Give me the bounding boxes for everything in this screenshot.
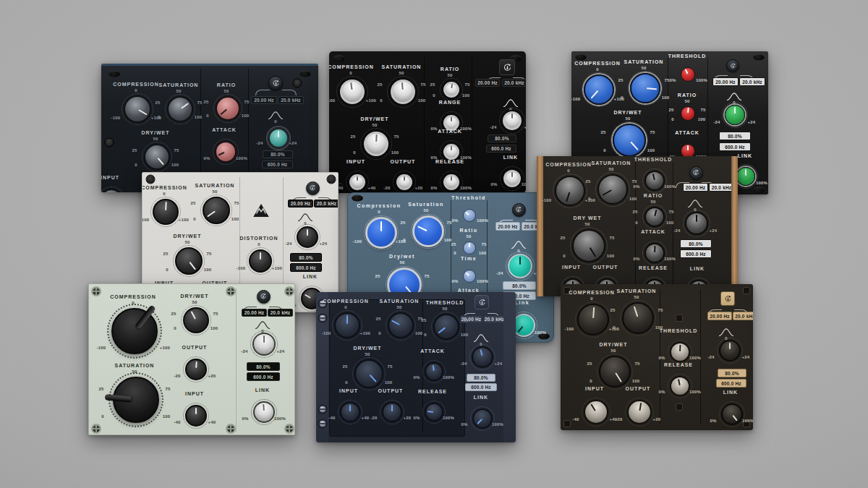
knob-threshold[interactable] <box>670 342 690 362</box>
knob-input[interactable] <box>340 402 360 422</box>
knob-eq-gain[interactable] <box>501 110 523 132</box>
knob-output[interactable] <box>395 173 414 192</box>
knob-output[interactable] <box>382 402 402 422</box>
knob-input[interactable] <box>185 405 207 427</box>
knob-link[interactable] <box>253 401 275 423</box>
value-box-20-0-khz[interactable]: 20.0 kHz <box>709 183 734 192</box>
knob-dry-wet[interactable] <box>572 229 605 262</box>
knob-ratio[interactable] <box>681 106 695 121</box>
knob-saturation[interactable] <box>389 78 417 106</box>
knob-eq-gain[interactable] <box>725 105 745 125</box>
value-box-80-0[interactable]: 80.0% <box>263 150 293 158</box>
knob-eq-gain[interactable] <box>719 340 741 361</box>
value-box-80-0[interactable]: 80.0% <box>680 239 712 248</box>
knob-dry-wet[interactable] <box>599 356 631 388</box>
knob-input[interactable] <box>584 400 608 424</box>
sidechain-reset-icon[interactable] <box>257 290 271 304</box>
value-box-20-0-khz[interactable]: 20.0 kHz <box>502 79 526 87</box>
knob-output[interactable] <box>185 359 207 380</box>
knob-dry-wet[interactable] <box>354 359 383 388</box>
value-box-20-00-hz[interactable]: 20.00 Hz <box>495 222 520 231</box>
knob-ratio[interactable] <box>644 207 665 227</box>
value-box-600-0-hz[interactable]: 600.0 Hz <box>465 383 497 391</box>
knob-eq-gain[interactable] <box>685 212 708 235</box>
value-box-20-00-hz[interactable]: 20.00 Hz <box>683 183 708 192</box>
sidechain-reset-icon[interactable] <box>499 59 515 75</box>
value-box-20-00-hz[interactable]: 20.00 Hz <box>707 312 732 320</box>
value-box-80-0[interactable]: 80.0% <box>503 281 536 290</box>
knob-compression[interactable] <box>339 78 366 106</box>
knob-saturation[interactable] <box>597 174 628 205</box>
value-box-600-0-hz[interactable]: 600.0 Hz <box>262 160 293 168</box>
value-box-20-00-hz[interactable]: 20.00 Hz <box>288 200 313 207</box>
knob-saturation[interactable] <box>388 312 414 338</box>
value-box-20-00-hz[interactable]: 20.00 Hz <box>712 77 739 86</box>
knob-dry-wet[interactable] <box>613 124 646 157</box>
knob-saturation[interactable] <box>203 197 230 224</box>
knob-ratio[interactable] <box>216 96 240 121</box>
value-box-80-0[interactable]: 80.0% <box>488 134 516 142</box>
sidechain-reset-icon[interactable] <box>306 181 320 195</box>
knob-ratio[interactable] <box>463 241 476 254</box>
value-box-80-0[interactable]: 80.0% <box>247 362 280 371</box>
knob-saturation[interactable] <box>630 73 660 103</box>
value-box-20-00-hz[interactable]: 20.00 Hz <box>251 96 277 104</box>
value-box-600-0-hz[interactable]: 600.0 Hz <box>247 372 280 381</box>
knob-link[interactable] <box>502 168 522 189</box>
knob-threshold[interactable] <box>644 171 665 191</box>
value-box-600-0-hz[interactable]: 600.0 Hz <box>719 142 751 151</box>
knob-compression[interactable] <box>111 308 158 354</box>
knob-saturation[interactable] <box>113 377 159 423</box>
value-box-20-0-khz[interactable]: 20.0 kHz <box>268 309 293 317</box>
knob-saturation[interactable] <box>412 215 444 247</box>
value-box-600-0-hz[interactable]: 600.0 Hz <box>716 379 746 388</box>
knob-link[interactable] <box>472 408 493 429</box>
sidechain-reset-icon[interactable] <box>720 291 735 306</box>
knob-saturation[interactable] <box>167 96 193 122</box>
knob-threshold[interactable] <box>463 209 476 222</box>
sidechain-reset-icon[interactable] <box>512 203 526 217</box>
knob-compression[interactable] <box>555 176 585 206</box>
knob-dry-wet[interactable] <box>183 307 209 333</box>
knob-threshold[interactable] <box>433 314 459 340</box>
knob-compression[interactable] <box>584 74 614 105</box>
value-box-20-00-hz[interactable]: 20.00 Hz <box>242 309 267 317</box>
sidechain-reset-icon[interactable] <box>689 166 703 180</box>
knob-eq-gain[interactable] <box>252 333 276 356</box>
knob-release[interactable] <box>670 376 690 396</box>
value-box-20-00-hz[interactable]: 20.00 Hz <box>475 79 500 87</box>
knob-compression[interactable] <box>334 312 360 338</box>
value-box-20-0-khz[interactable]: 20.0 kHz <box>733 312 753 320</box>
knob-input[interactable] <box>348 173 367 192</box>
value-box-20-0-khz[interactable]: 20.0 kHz <box>278 96 304 104</box>
value-box-80-0[interactable]: 80.0% <box>718 369 746 377</box>
value-box-80-0[interactable]: 80.0% <box>719 132 751 140</box>
knob-compression[interactable] <box>365 217 397 249</box>
knob-output[interactable] <box>627 400 652 424</box>
sidechain-reset-icon[interactable] <box>726 59 739 72</box>
knob-dry-wet[interactable] <box>362 130 390 158</box>
knob-dry-wet[interactable] <box>175 247 203 275</box>
knob-eq-gain[interactable] <box>508 254 532 278</box>
knob-saturation[interactable] <box>622 302 654 334</box>
knob-attack[interactable] <box>215 141 237 163</box>
value-box-80-0[interactable]: 80.0% <box>467 374 495 382</box>
knob-compression[interactable] <box>124 95 151 123</box>
value-box-600-0-hz[interactable]: 600.0 Hz <box>680 249 712 258</box>
knob-link[interactable] <box>721 403 743 425</box>
knob-link[interactable] <box>736 167 755 186</box>
knob-input[interactable] <box>101 189 123 192</box>
knob-threshold[interactable] <box>681 67 695 82</box>
sidechain-reset-icon[interactable] <box>268 76 283 90</box>
knob-ratio[interactable] <box>442 80 461 99</box>
value-box-20-0-khz[interactable]: 20.0 kHz <box>739 77 765 86</box>
knob-attack[interactable] <box>425 362 443 381</box>
knob-attack[interactable] <box>644 243 665 263</box>
knob-release[interactable] <box>425 403 443 421</box>
sidechain-reset-icon[interactable] <box>475 295 489 309</box>
value-box-20-0-khz[interactable]: 20.0 kHz <box>314 200 339 207</box>
value-box-20-0-khz[interactable]: 20.0 kHz <box>483 315 506 323</box>
knob-release[interactable] <box>442 173 461 192</box>
knob-compression[interactable] <box>153 199 179 225</box>
knob-eq-gain[interactable] <box>268 127 289 149</box>
